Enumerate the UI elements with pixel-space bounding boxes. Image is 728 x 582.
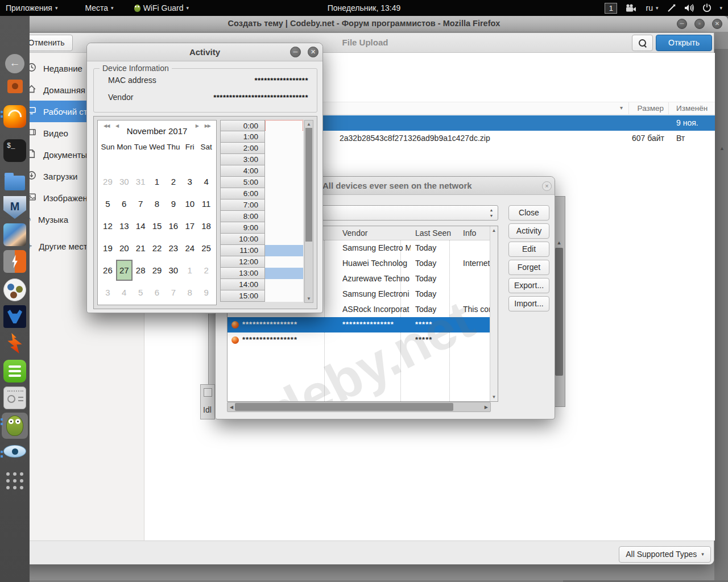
hour-value-cell[interactable] <box>265 234 303 246</box>
screen-record-icon[interactable] <box>625 4 636 12</box>
calendar-day[interactable]: 16 <box>165 215 181 237</box>
clock[interactable]: Понедельник, 13:49 <box>328 0 401 16</box>
hour-label[interactable]: 11:00 <box>220 244 265 256</box>
table-scrollbar[interactable]: ▲ ▼ <box>490 226 498 401</box>
hour-value-cell[interactable] <box>265 268 303 280</box>
close-button[interactable]: Close <box>508 205 549 221</box>
calendar-day[interactable]: 9 <box>165 193 181 215</box>
column-info[interactable]: Info <box>463 228 476 238</box>
calendar-day[interactable]: 14 <box>133 215 149 237</box>
calendar-day[interactable]: 31 <box>133 171 149 193</box>
hour-value-cell[interactable] <box>265 165 303 177</box>
hour-label[interactable]: 13:00 <box>220 267 265 279</box>
calendar-day[interactable]: 23 <box>165 237 181 259</box>
calendar-day[interactable]: 2 <box>198 259 214 281</box>
hour-value-cell[interactable] <box>265 177 303 189</box>
hour-label[interactable]: 7:00 <box>220 199 265 211</box>
dock-item-anime-app-icon[interactable] <box>0 223 30 246</box>
spinner-arrows-icon[interactable]: ▲▼ <box>487 207 495 219</box>
close-icon[interactable]: × <box>542 181 552 191</box>
table-hscrollbar[interactable]: ◀ ▶ <box>227 402 491 412</box>
hour-label[interactable]: 12:00 <box>220 256 265 268</box>
calendar-day[interactable]: 2 <box>165 171 181 193</box>
scroll-up-icon[interactable]: ▲ <box>305 122 313 127</box>
dock-item-bull-icon[interactable] <box>0 305 30 328</box>
hour-value-cell[interactable] <box>265 245 303 257</box>
calendar-day[interactable]: 5 <box>133 281 149 304</box>
dock-item-eye-icon[interactable] <box>0 445 30 458</box>
volume-icon[interactable] <box>684 3 694 13</box>
firefox-titlebar[interactable]: Создать тему | Codeby.net - Форум програ… <box>0 16 728 32</box>
scroll-up-icon[interactable]: ▲ <box>719 146 725 151</box>
calendar-day[interactable]: 8 <box>181 281 198 304</box>
hour-label[interactable]: 6:00 <box>220 188 265 199</box>
column-size[interactable]: Размер <box>629 102 669 114</box>
table-row[interactable]: ************************************ <box>228 317 498 332</box>
calendar-day[interactable]: 9 <box>198 281 214 304</box>
calendar-day[interactable]: 20 <box>116 237 133 259</box>
calendar-day[interactable]: 22 <box>149 237 166 259</box>
calendar-day[interactable]: 27 <box>116 259 133 281</box>
dock-item-power-split-icon[interactable] <box>0 250 30 273</box>
export-button[interactable]: Export... <box>508 278 549 293</box>
calendar-day[interactable]: 1 <box>149 171 166 193</box>
power-icon[interactable] <box>702 3 712 13</box>
network-pen-icon[interactable] <box>667 3 676 13</box>
scroll-right-icon[interactable]: ▶ <box>485 405 488 410</box>
column-last-seen[interactable]: Last Seen <box>415 228 451 238</box>
calendar-day[interactable]: 19 <box>100 237 116 259</box>
calendar-day[interactable]: 21 <box>133 237 149 259</box>
calendar-day[interactable]: 6 <box>149 281 166 304</box>
next-year-icon[interactable]: ▶▶ <box>205 123 210 128</box>
hour-value-cell[interactable] <box>265 290 303 302</box>
keyboard-layout[interactable]: ru▾ <box>644 0 659 16</box>
scroll-down-icon[interactable]: ▼ <box>490 394 498 400</box>
calendar-day[interactable]: 24 <box>181 237 198 259</box>
scrollbar-thumb[interactable] <box>305 128 312 242</box>
search-button[interactable] <box>632 35 653 51</box>
calendar-day[interactable]: 1 <box>181 259 198 281</box>
calendar-day[interactable]: 3 <box>100 281 116 304</box>
dock-item-wifi-guard-owl-icon[interactable] <box>0 413 30 439</box>
wifi-guard-menu[interactable]: WiFi Guard▾ <box>129 0 195 16</box>
hour-label[interactable]: 9:00 <box>220 222 265 234</box>
calendar-day[interactable]: 30 <box>116 171 133 193</box>
dock-item-terminal-icon[interactable]: $_ <box>0 139 30 162</box>
edit-button[interactable]: Edit <box>508 242 549 257</box>
dock-item-back-button[interactable]: ← <box>0 54 30 73</box>
dock-item-screenshot-tool-icon[interactable] <box>0 80 30 93</box>
places-menu[interactable]: Места▾ <box>79 0 119 16</box>
hour-label[interactable]: 3:00 <box>220 153 265 165</box>
file-type-filter[interactable]: All Supported Types▾ <box>619 546 711 563</box>
hour-value-cell[interactable] <box>265 143 303 155</box>
minimize-icon[interactable]: ─ <box>677 19 687 29</box>
calendar-day[interactable]: 28 <box>133 259 149 281</box>
scroll-left-icon[interactable]: ◀ <box>230 405 233 410</box>
scroll-down-icon[interactable]: ▼ <box>305 296 313 301</box>
calendar-day[interactable]: 7 <box>133 193 149 215</box>
firefox-scrollbar[interactable]: ▲ <box>714 49 728 580</box>
hour-label[interactable]: 4:00 <box>220 165 265 177</box>
hour-label[interactable]: 15:00 <box>220 290 265 302</box>
dock-item-media-dots-icon[interactable] <box>0 278 30 301</box>
dock-item-radio-icon[interactable] <box>0 386 30 409</box>
calendar-day[interactable]: 29 <box>149 259 166 281</box>
calendar-day[interactable]: 4 <box>198 171 214 193</box>
table-row[interactable]: ********************* <box>228 332 498 348</box>
hour-label[interactable]: 2:00 <box>220 142 265 154</box>
calendar-day[interactable]: 4 <box>116 281 133 304</box>
scroll-up-icon[interactable]: ▲ <box>490 228 498 233</box>
calendar-day[interactable]: 17 <box>181 215 198 237</box>
hour-value-cell[interactable] <box>265 222 303 234</box>
hour-value-cell[interactable] <box>265 131 303 143</box>
calendar-day[interactable]: 5 <box>100 193 116 215</box>
dock-item-notes-icon[interactable] <box>0 360 30 383</box>
hour-label[interactable]: 0:00 <box>220 120 265 132</box>
activity-titlebar[interactable]: Activity ─ ✕ <box>87 43 322 61</box>
next-month-icon[interactable]: ▶ <box>196 123 198 128</box>
hour-label[interactable]: 1:00 <box>220 131 265 143</box>
dock-item-files-icon[interactable] <box>0 171 30 193</box>
dock-item-show-apps-icon[interactable] <box>0 471 30 491</box>
scroll-up-icon[interactable]: ▲ <box>553 240 565 246</box>
dock-item-firefox-icon[interactable] <box>0 105 30 128</box>
